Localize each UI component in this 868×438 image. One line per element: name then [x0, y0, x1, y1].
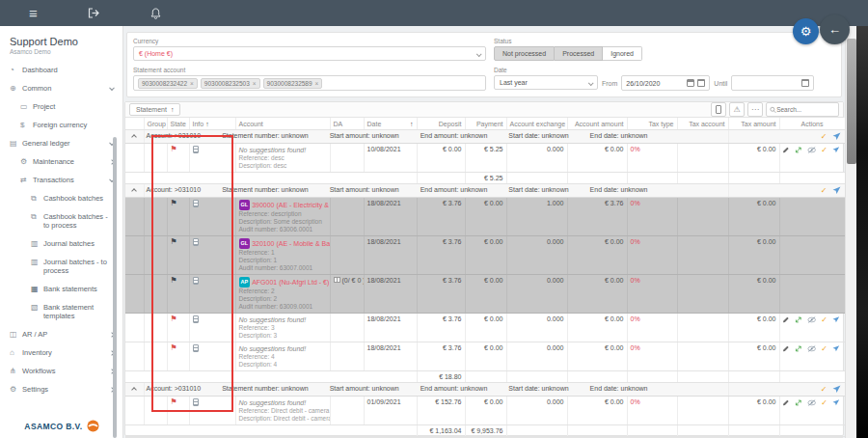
table-row-selected[interactable]: ⚑ GL320100 (AE - Mobile & Bank Charges -…: [125, 236, 845, 275]
process-check-icon[interactable]: ✓: [821, 133, 827, 141]
table-row[interactable]: ⚑ No suggestions found!Reference: Direct…: [125, 397, 845, 425]
match-icon[interactable]: [795, 315, 802, 324]
col-tax-account[interactable]: Tax account: [677, 118, 728, 130]
info-icon[interactable]: [193, 344, 199, 352]
info-icon[interactable]: [193, 315, 199, 323]
status-processed-button[interactable]: Processed: [555, 46, 603, 61]
send-icon[interactable]: [832, 344, 840, 353]
table-row[interactable]: ⚑ No suggestions found!Reference: 3Descr…: [125, 314, 845, 342]
sidebar-item-journal-batches-to-process[interactable]: ▥Journal batches - to process: [0, 253, 122, 280]
sidebar-scrollbar[interactable]: [113, 137, 117, 438]
sidebar-item-settings[interactable]: ⚙Settings: [0, 380, 122, 398]
sidebar-item-common[interactable]: ⊕Common: [0, 79, 122, 97]
back-button[interactable]: ←: [820, 14, 850, 44]
notifications-bell-icon[interactable]: [150, 8, 161, 19]
edit-icon[interactable]: [782, 146, 790, 154]
account-cell[interactable]: GL390000 (AE - Electricity & Water - €)R…: [235, 198, 330, 236]
col-account-amount[interactable]: Account amount: [567, 118, 627, 130]
sidebar-item-maintenance[interactable]: ⚙Maintenance: [0, 152, 122, 171]
col-date[interactable]: Date ↑: [364, 118, 417, 130]
calendar-icon[interactable]: [697, 79, 705, 87]
match-icon[interactable]: [795, 146, 802, 154]
process-check-icon[interactable]: ✓: [821, 399, 827, 407]
account-cell[interactable]: No suggestions found!Reference: Direct d…: [235, 397, 330, 425]
group-header-row[interactable]: Account: >031010Statement number: unknow…: [125, 184, 845, 198]
sidebar-item-project[interactable]: ▭Project: [0, 97, 122, 116]
date-from-input[interactable]: [626, 80, 684, 87]
table-row[interactable]: ⚑ No suggestions found!Reference: 4Descr…: [125, 342, 845, 371]
sidebar-item-bank-statements[interactable]: ▦Bank statements: [0, 280, 122, 298]
edit-icon[interactable]: [782, 398, 790, 407]
account-cell[interactable]: APAFG001 (Nu-Afgri Ltd - €)Reference: 2D…: [235, 275, 330, 314]
sidebar-item-bank-statement-templates[interactable]: ▧Bank statement templates: [0, 298, 122, 325]
col-deposit[interactable]: Deposit: [417, 118, 465, 130]
more-options-button[interactable]: ⋯: [747, 102, 763, 117]
col-info[interactable]: Info ↑: [189, 118, 235, 130]
collapse-icon[interactable]: [131, 134, 137, 140]
match-icon[interactable]: [795, 344, 802, 353]
sidebar-item-transactions[interactable]: ⇄Transactions: [0, 171, 122, 189]
warnings-button[interactable]: ⚠: [729, 102, 745, 117]
collapse-icon[interactable]: [131, 188, 137, 194]
send-icon[interactable]: [832, 132, 841, 141]
date-range-select[interactable]: Last year: [494, 75, 598, 90]
send-icon[interactable]: [832, 146, 840, 154]
date-from-field[interactable]: [621, 75, 710, 91]
info-icon[interactable]: [193, 398, 199, 406]
info-icon[interactable]: [193, 238, 199, 246]
account-cell[interactable]: No suggestions found!Reference: 3Descrip…: [235, 314, 330, 342]
deal-allocation-icon[interactable]: [334, 277, 340, 283]
table-row-selected[interactable]: ⚑ APAFG001 (Nu-Afgri Ltd - €)Reference: …: [125, 275, 845, 314]
currency-select[interactable]: € (Home €): [133, 46, 486, 61]
send-icon[interactable]: [832, 186, 841, 195]
col-payment[interactable]: Payment: [465, 118, 506, 130]
sidebar-item-cashbook-batches[interactable]: ⧉Cashbook batches: [0, 189, 122, 207]
statement-account-field[interactable]: 9030008232422× 9030008232503× 9030008232…: [133, 75, 486, 91]
hamburger-menu-icon[interactable]: ≡: [29, 6, 38, 20]
group-header-row[interactable]: Account: >031010Statement number: unknow…: [125, 130, 845, 144]
scrollbar-thumb[interactable]: [847, 39, 856, 164]
sidebar-item-foreign-currency[interactable]: $Foreign currency: [0, 116, 122, 134]
account-cell[interactable]: No suggestions found!Reference: 4Descrip…: [235, 342, 330, 371]
vertical-scrollbar[interactable]: [845, 26, 856, 438]
col-account-exchange[interactable]: Account exchange: [506, 118, 567, 130]
col-tax-type[interactable]: Tax type: [627, 118, 677, 130]
export-document-button[interactable]: [711, 102, 726, 117]
sidebar-item-ar-ap[interactable]: ◫AR / AP: [0, 325, 122, 343]
sidebar-item-journal-batches[interactable]: ▥Journal batches: [0, 234, 122, 253]
ignore-icon[interactable]: [807, 344, 816, 353]
status-not-processed-button[interactable]: Not processed: [494, 46, 555, 61]
account-cell[interactable]: No suggestions found!Reference: descDesc…: [235, 144, 330, 173]
process-check-icon[interactable]: ✓: [821, 187, 827, 195]
account-cell[interactable]: GL320100 (AE - Mobile & Bank Charges - €…: [235, 236, 330, 275]
date-until-input[interactable]: [736, 80, 799, 87]
collapse-icon[interactable]: [131, 387, 137, 393]
settings-gear-button[interactable]: ⚙: [793, 18, 819, 44]
col-da[interactable]: DA: [330, 118, 364, 130]
process-check-icon[interactable]: ✓: [821, 386, 827, 394]
col-group[interactable]: Group: [144, 118, 167, 130]
match-icon[interactable]: [795, 398, 802, 407]
sidebar-item-dashboard[interactable]: ◔Dashboard: [0, 61, 122, 79]
edit-icon[interactable]: [782, 315, 790, 324]
process-check-icon[interactable]: ✓: [821, 316, 827, 324]
sidebar-item-inventory[interactable]: ⌂Inventory: [0, 343, 122, 362]
process-check-icon[interactable]: ✓: [821, 147, 827, 154]
group-header-row[interactable]: Account: >031010Statement number: unknow…: [125, 383, 845, 397]
info-icon[interactable]: [193, 200, 199, 207]
remove-chip-icon[interactable]: ×: [190, 80, 194, 87]
info-icon[interactable]: [193, 277, 199, 285]
ignore-icon[interactable]: [807, 398, 816, 407]
ignore-icon[interactable]: [807, 315, 816, 324]
sidebar-item-cashbook-batches-to-process[interactable]: ⧉Cashbook batches - to process: [0, 207, 122, 234]
date-until-field[interactable]: [731, 75, 814, 91]
table-row-selected[interactable]: ⚑ GL390000 (AE - Electricity & Water - €…: [125, 198, 845, 236]
group-by-statement-chip[interactable]: Statement ↑: [129, 103, 180, 116]
remove-chip-icon[interactable]: ×: [315, 80, 319, 87]
logout-icon[interactable]: [88, 8, 100, 18]
col-state[interactable]: State: [167, 118, 189, 130]
calendar-icon[interactable]: [801, 79, 809, 87]
edit-icon[interactable]: [782, 344, 790, 353]
search-input[interactable]: [776, 106, 835, 113]
remove-chip-icon[interactable]: ×: [253, 80, 257, 87]
